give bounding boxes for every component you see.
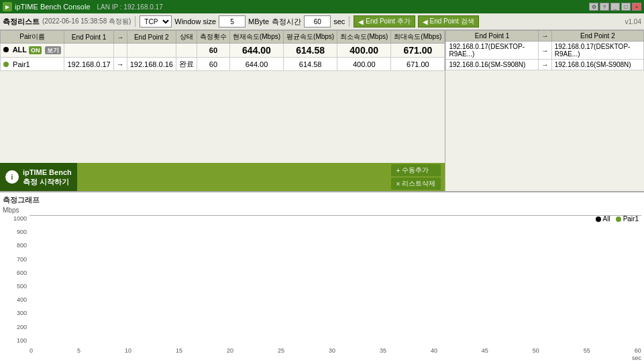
protocol-select[interactable]: TCP UDP xyxy=(140,15,172,27)
x-axis: 0 5 10 15 20 25 30 35 40 45 50 55 60 xyxy=(30,347,641,354)
x-icon: × xyxy=(396,180,400,188)
right-ep1-0: 192.168.0.17(DESKTOP-R9AE...) xyxy=(446,42,538,60)
toolbar: 측정리스트 (2022-06-16 15:38:58 측정됨) TCP UDP … xyxy=(0,13,644,30)
table-container: Pair이름 End Point 1 → End Point 2 상태 측정횟수… xyxy=(0,30,445,163)
all-ep2 xyxy=(127,44,176,58)
legend: All Pair1 xyxy=(596,215,639,223)
pair-arrow: → xyxy=(113,58,127,71)
window-size-input[interactable]: 5 xyxy=(219,15,246,27)
all-label: ALL xyxy=(13,46,27,54)
legend-all-dot xyxy=(596,217,601,222)
pair-ep2: 192.168.0.16 xyxy=(127,58,176,71)
legend-pair-dot xyxy=(616,217,621,222)
right-panel: End Point 1 → End Point 2 192.168.0.17(D… xyxy=(445,30,644,191)
logo-text: ipTIME Bench 측정 시작하기 xyxy=(23,168,72,187)
window-size-label: Window size xyxy=(174,17,216,25)
pair-current: 644.00 xyxy=(229,58,283,71)
right-col-ep1: End Point 1 xyxy=(446,31,538,42)
left-panel: Pair이름 End Point 1 → End Point 2 상태 측정횟수… xyxy=(0,30,445,191)
measure-date: (2022-06-16 15:38:58 측정됨) xyxy=(42,17,131,26)
title-bar: ▶ ipTIME Bench Console LAN IP : 192.168.… xyxy=(0,0,644,13)
col-count: 측정횟수 xyxy=(197,31,229,44)
badge-num: 보기 xyxy=(45,46,61,54)
content-area: Pair이름 End Point 1 → End Point 2 상태 측정횟수… xyxy=(0,30,644,191)
pair-status: 완료 xyxy=(176,58,197,71)
pair-name: Pair1 xyxy=(1,58,64,71)
col-avg: 평균속도(Mbps) xyxy=(284,31,337,44)
measure-time-input[interactable]: 60 xyxy=(304,15,331,27)
dot-pair xyxy=(3,62,9,67)
x-axis-label: sec xyxy=(30,355,641,361)
all-current: 644.00 xyxy=(229,44,283,58)
right-col-arrow: → xyxy=(538,31,551,42)
all-avg: 614.58 xyxy=(284,44,337,58)
col-status: 상태 xyxy=(176,31,197,44)
right-row-1[interactable]: 192.168.0.16(SM-S908N) → 192.168.0.16(SM… xyxy=(446,60,644,70)
settings-btn[interactable]: ⚙ xyxy=(589,3,598,11)
all-name: ALL ON 보기 xyxy=(1,44,64,58)
version-label: v1.04 xyxy=(625,18,641,25)
sep1 xyxy=(135,16,136,27)
right-ep2-0: 192.168.0.17(DESKTOP-R9AE...) xyxy=(551,42,643,60)
app-icon: ▶ xyxy=(3,2,12,11)
col-current: 현재속도(Mbps) xyxy=(229,31,283,44)
bottom-logo: i ipTIME Bench 측정 시작하기 xyxy=(0,163,77,191)
pair-avg: 614.58 xyxy=(284,58,337,71)
badge-on: ON xyxy=(29,46,42,54)
all-status xyxy=(176,44,197,58)
col-pair-name: Pair이름 xyxy=(1,31,64,44)
right-arrow-0: → xyxy=(538,42,551,60)
close-btn[interactable]: × xyxy=(632,3,641,11)
pair-count: 60 xyxy=(197,58,229,71)
y-axis: 1000 900 800 700 600 500 400 300 200 100 xyxy=(3,215,30,361)
right-ep1-1: 192.168.0.16(SM-S908N) xyxy=(446,60,538,70)
all-arrow xyxy=(113,44,127,58)
col-ep1: End Point 1 xyxy=(64,31,113,44)
ip-display: LAN IP : 192.168.0.17 xyxy=(97,3,163,11)
minimize-btn[interactable]: _ xyxy=(610,3,620,11)
sec-label: sec xyxy=(333,17,345,25)
unit-label: MByte xyxy=(248,17,269,25)
main-container: 측정리스트 (2022-06-16 15:38:58 측정됨) TCP UDP … xyxy=(0,13,644,364)
manual-add-btn[interactable]: + 수동추가 xyxy=(391,164,441,176)
endpoint-add-btn[interactable]: ◀ End Point 추가 xyxy=(354,15,415,27)
app-title: ipTIME Bench Console xyxy=(15,3,91,11)
graph-inner xyxy=(30,215,641,216)
endpoint-search-btn[interactable]: ◀ End Point 검색 xyxy=(418,15,479,27)
all-ep1 xyxy=(64,44,113,58)
data-table: Pair이름 End Point 1 → End Point 2 상태 측정횟수… xyxy=(0,30,445,71)
right-table: End Point 1 → End Point 2 192.168.0.17(D… xyxy=(445,30,644,70)
pair-max: 671.00 xyxy=(391,58,445,71)
measure-list-label: 측정리스트 xyxy=(3,17,40,27)
legend-pair-label: Pair1 xyxy=(623,215,639,223)
sep2 xyxy=(349,16,350,27)
pair-row[interactable]: Pair1 192.168.0.17 → 192.168.0.16 완료 60 … xyxy=(1,58,445,71)
legend-all: All xyxy=(596,215,610,223)
right-col-ep2: End Point 2 xyxy=(551,31,643,42)
right-row-0[interactable]: 192.168.0.17(DESKTOP-R9AE...) → 192.168.… xyxy=(446,42,644,60)
right-arrow-1: → xyxy=(538,60,551,70)
list-delete-btn[interactable]: × 리스트삭제 xyxy=(391,178,441,190)
maximize-btn[interactable]: □ xyxy=(621,3,631,11)
col-min: 최소속도(Mbps) xyxy=(337,31,391,44)
plus-icon: + xyxy=(396,167,400,174)
pair-min: 400.00 xyxy=(337,58,391,71)
col-max: 최대속도(Mbps) xyxy=(391,31,445,44)
measure-time-label: 측정시간 xyxy=(272,17,301,27)
pair-ep1: 192.168.0.17 xyxy=(64,58,113,71)
y-axis-label: Mbps xyxy=(3,206,641,214)
help-btn[interactable]: ? xyxy=(600,3,609,11)
legend-all-label: All xyxy=(603,215,610,223)
title-bar-controls: ⚙ ? _ □ × xyxy=(589,3,641,11)
dot-all xyxy=(3,47,9,52)
arrow-right-icon: ◀ xyxy=(358,18,364,25)
graph-right: All Pair1 xyxy=(30,215,641,361)
spacer xyxy=(77,163,387,191)
search-icon: ◀ xyxy=(423,18,428,25)
all-max: 671.00 xyxy=(391,44,445,58)
right-ep2-1: 192.168.0.16(SM-S908N) xyxy=(551,60,643,70)
all-count: 60 xyxy=(197,44,229,58)
all-min: 400.00 xyxy=(337,44,391,58)
bottom-bar: i ipTIME Bench 측정 시작하기 + 수동추가 × 리스트삭제 xyxy=(0,163,445,191)
all-row: ALL ON 보기 60 644.00 614.58 400.00 xyxy=(1,44,445,58)
